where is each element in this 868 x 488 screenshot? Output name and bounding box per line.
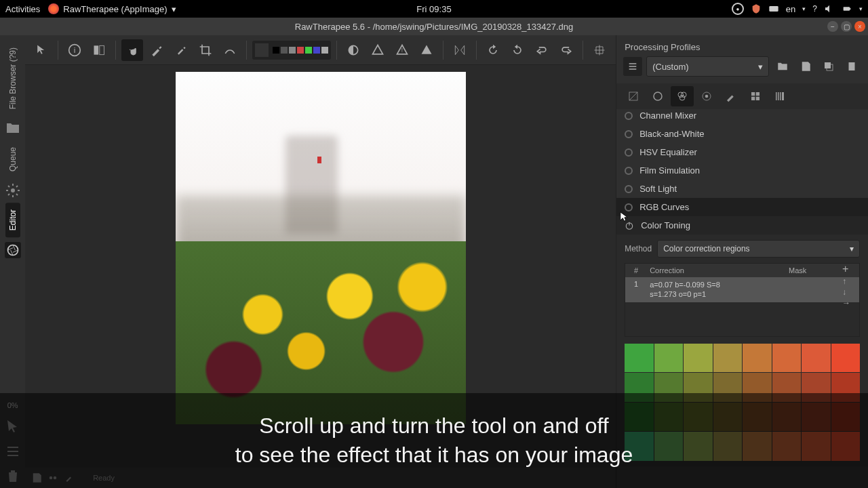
preview-highlight-button[interactable] <box>367 39 389 61</box>
bg-color-selector[interactable] <box>252 41 331 60</box>
move-up-button[interactable]: ↑ <box>842 277 850 286</box>
window-title-bar: RawTherapee 5.6 - /home/jswing/Pictures/… <box>0 18 868 35</box>
toggle-icon[interactable] <box>625 185 633 193</box>
shield-icon[interactable] <box>751 3 762 14</box>
color-swatch[interactable] <box>713 344 742 372</box>
app-menu[interactable]: RawTherapee (AppImage) ▾ <box>48 3 176 14</box>
advanced-tab[interactable] <box>695 86 718 106</box>
color-swatch[interactable] <box>743 344 771 372</box>
color-swatch[interactable] <box>831 344 860 372</box>
clock[interactable]: Fri 09:35 <box>416 4 451 14</box>
color-swatch[interactable] <box>684 344 712 372</box>
bg-swatch[interactable] <box>281 47 288 54</box>
rotate-ccw-button[interactable] <box>482 39 504 61</box>
transform-tab[interactable] <box>719 86 743 106</box>
toggle-icon[interactable] <box>625 112 633 120</box>
volume-icon[interactable] <box>824 3 835 14</box>
section-rgb-curves[interactable]: RGB Curves <box>616 198 868 216</box>
gear-icon[interactable] <box>5 182 21 199</box>
bg-swatch[interactable] <box>289 47 296 54</box>
toggle-icon[interactable] <box>625 130 633 138</box>
color-swatch[interactable] <box>802 344 830 372</box>
toggle-icon[interactable] <box>625 148 633 157</box>
raw-tab[interactable] <box>744 86 767 106</box>
svg-rect-26 <box>756 97 760 100</box>
section-color-toning[interactable]: Color Toning <box>616 216 868 235</box>
info-button[interactable]: i <box>64 39 85 61</box>
svg-rect-7 <box>94 45 99 54</box>
maximize-button[interactable]: ▢ <box>841 21 852 32</box>
toggle-icon[interactable] <box>625 167 633 175</box>
activities-button[interactable]: Activities <box>5 4 40 14</box>
color-swatch[interactable] <box>654 344 683 372</box>
hand-tool[interactable] <box>121 39 143 61</box>
bg-swatch[interactable] <box>305 47 312 54</box>
straighten-tool[interactable] <box>219 39 241 61</box>
bg-swatch[interactable] <box>321 47 328 54</box>
preview-focus-button[interactable]: ! <box>391 39 413 61</box>
profile-mode-button[interactable] <box>623 57 642 76</box>
bg-swatch[interactable] <box>273 47 279 54</box>
battery-icon[interactable] <box>842 3 852 14</box>
section-soft-light[interactable]: Soft Light <box>616 180 868 198</box>
bg-swatch[interactable] <box>313 47 320 54</box>
bg-swatch[interactable] <box>297 47 304 54</box>
crop-tool[interactable] <box>195 39 216 61</box>
tab-queue[interactable]: Queue <box>5 140 20 178</box>
svg-point-17 <box>654 92 662 100</box>
svg-point-21 <box>705 95 709 98</box>
detail-tab[interactable] <box>646 86 669 106</box>
svg-rect-15 <box>849 62 855 70</box>
save-profile-button[interactable] <box>796 57 815 76</box>
close-button[interactable]: × <box>854 21 865 32</box>
preview-sharpen-button[interactable] <box>416 39 437 61</box>
section-channel-mixer[interactable]: Channel Mixer <box>616 109 868 125</box>
lang-indicator[interactable]: en <box>786 4 795 14</box>
method-select[interactable]: Color correction regions ▾ <box>657 240 860 258</box>
flip-h-button[interactable] <box>449 39 471 61</box>
move-down-button[interactable]: ↓ <box>842 287 850 297</box>
tab-file-browser[interactable]: File Browser (?9) <box>5 41 20 116</box>
paste-profile-button[interactable] <box>842 57 861 76</box>
toggle-icon[interactable] <box>625 203 633 211</box>
obs-tray-icon[interactable]: ● <box>732 3 744 15</box>
help-icon[interactable]: ? <box>812 4 817 14</box>
section-black-white[interactable]: Black-and-White <box>616 125 868 143</box>
tab-editor[interactable]: Editor <box>5 203 20 237</box>
profile-select[interactable]: (Custom) ▾ <box>646 56 769 77</box>
table-row[interactable]: 1 a=0.07 b=-0.099 S=8 s=1.273 o=0 p=1 <box>625 277 859 302</box>
color-swatch[interactable] <box>772 344 801 372</box>
meta-tab[interactable] <box>768 86 791 106</box>
move-right-button[interactable]: → <box>842 298 850 308</box>
svg-text:!: ! <box>401 47 403 54</box>
copy-profile-button[interactable] <box>819 57 838 76</box>
undo-button[interactable] <box>531 39 553 61</box>
svg-point-19 <box>682 92 687 98</box>
folder-icon[interactable] <box>5 120 21 136</box>
gnome-top-bar: Activities RawTherapee (AppImage) ▾ Fri … <box>0 0 868 18</box>
svg-rect-24 <box>756 92 760 96</box>
redo-button[interactable] <box>555 39 577 61</box>
arrow-tool[interactable] <box>31 39 52 61</box>
distortion-button[interactable] <box>589 39 610 61</box>
minimize-button[interactable]: − <box>827 21 838 32</box>
section-film-simulation[interactable]: Film Simulation <box>616 161 868 180</box>
before-after-button[interactable] <box>88 39 110 61</box>
svg-rect-1 <box>844 7 850 10</box>
svg-point-4 <box>7 245 18 255</box>
rotate-cw-button[interactable] <box>507 39 528 61</box>
add-row-button[interactable]: + <box>842 263 850 275</box>
load-profile-button[interactable] <box>773 57 792 76</box>
aperture-icon[interactable] <box>5 242 21 258</box>
wb-picker-tool[interactable] <box>146 39 167 61</box>
exposure-tab[interactable] <box>622 86 645 106</box>
color-swatch[interactable] <box>625 344 653 372</box>
svg-point-3 <box>11 188 15 192</box>
color-tab[interactable] <box>671 86 694 106</box>
color-picker-tool[interactable] <box>170 39 192 61</box>
app-icon <box>48 3 59 14</box>
section-hsv-equalizer[interactable]: HSV Equalizer <box>616 143 868 161</box>
keyboard-icon[interactable] <box>768 3 779 14</box>
preview-shadow-button[interactable] <box>342 39 364 61</box>
svg-rect-13 <box>825 62 831 68</box>
